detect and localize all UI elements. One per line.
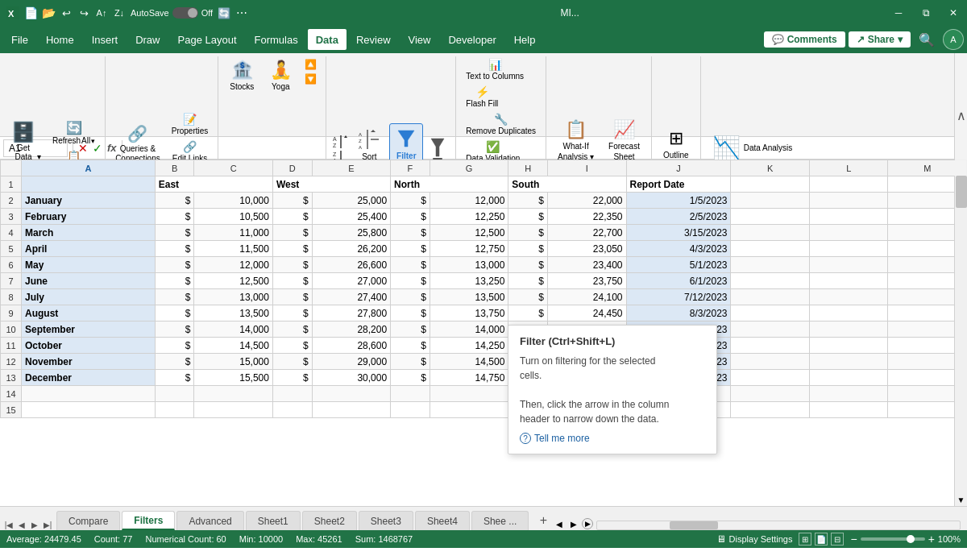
col-header-j[interactable]: J [626, 160, 731, 176]
cell-east-sym[interactable]: $ [155, 354, 194, 370]
profile-avatar[interactable]: A [943, 29, 964, 50]
cell-north-sym[interactable]: $ [391, 338, 430, 354]
cell-north-sym[interactable]: $ [391, 209, 430, 225]
cell-l-13[interactable] [809, 370, 887, 386]
refresh-all-button[interactable]: 🔄 Refresh All ▾ [49, 118, 98, 147]
cell-west-sym[interactable]: $ [272, 225, 312, 241]
cell-north-sym[interactable]: $ [391, 241, 430, 257]
cell-empty[interactable] [809, 386, 887, 402]
col-header-m[interactable]: M [888, 160, 967, 176]
page-layout-view-button[interactable]: 📄 [815, 533, 828, 545]
menu-developer[interactable]: Developer [440, 29, 504, 50]
refresh-icon[interactable]: 🔄 [218, 6, 230, 19]
cell-k-7[interactable] [731, 273, 809, 289]
display-settings-button[interactable]: 🖥 Display Settings [716, 533, 793, 545]
what-if-analysis-button[interactable]: 📋 What-If Analysis ▾ [553, 116, 599, 164]
cell-east-sym[interactable]: $ [155, 273, 194, 289]
cell-date[interactable]: 3/15/2023 [626, 225, 731, 241]
cell-month[interactable]: October [22, 338, 156, 354]
cell-west-val[interactable]: 28,600 [312, 338, 390, 354]
cell-b1[interactable]: East [155, 176, 272, 193]
cell-month[interactable]: March [22, 225, 156, 241]
cell-east-val[interactable]: 15,000 [194, 354, 272, 370]
stocks-button[interactable]: 🏦 Stocks [225, 56, 259, 94]
col-header-a[interactable]: A [22, 160, 156, 176]
cell-month[interactable]: September [22, 321, 156, 338]
cell-east-val[interactable]: 12,500 [194, 273, 272, 289]
cell-l-6[interactable] [809, 257, 887, 273]
cell-west-val[interactable]: 25,800 [312, 225, 390, 241]
cell-north-val[interactable]: 12,250 [430, 209, 508, 225]
tab-nav-last[interactable]: ▶| [42, 519, 53, 530]
cell-south-val[interactable]: 24,450 [548, 305, 626, 321]
cell-north-val[interactable]: 13,750 [430, 305, 508, 321]
cell-empty[interactable] [272, 386, 312, 402]
cell-east-val[interactable]: 11,000 [194, 225, 272, 241]
zoom-out-button[interactable]: − [850, 533, 857, 545]
cell-south-val[interactable]: 24,100 [548, 289, 626, 305]
cell-k-3[interactable] [731, 209, 809, 225]
cell-west-val[interactable]: 26,600 [312, 257, 390, 273]
cell-west-sym[interactable]: $ [272, 241, 312, 257]
cell-north-sym[interactable]: $ [391, 370, 430, 386]
cell-north-sym[interactable]: $ [391, 193, 430, 209]
cell-west-val[interactable]: 28,200 [312, 321, 390, 338]
cell-empty[interactable] [194, 402, 272, 418]
cell-north-sym[interactable]: $ [391, 305, 430, 321]
cell-month[interactable]: January [22, 193, 156, 209]
cell-west-sym[interactable]: $ [272, 257, 312, 273]
cell-east-val[interactable]: 13,500 [194, 305, 272, 321]
sheet-tab-sheet1[interactable]: Sheet1 [246, 511, 301, 530]
col-header-d[interactable]: D [272, 160, 312, 176]
cell-east-sym[interactable]: $ [155, 321, 194, 338]
cell-east-val[interactable]: 11,500 [194, 241, 272, 257]
cell-west-val[interactable]: 26,200 [312, 241, 390, 257]
cell-west-val[interactable]: 30,000 [312, 370, 390, 386]
cell-month[interactable]: August [22, 305, 156, 321]
data-type-down-button[interactable]: 🔽 [302, 73, 319, 85]
tell-me-more-link[interactable]: ? Tell me more [520, 433, 705, 444]
cell-l-5[interactable] [809, 241, 887, 257]
tab-nav-prev[interactable]: ◀ [16, 519, 27, 530]
cell-west-sym[interactable]: $ [272, 370, 312, 386]
cell-month[interactable]: July [22, 289, 156, 305]
cell-north-val[interactable]: 12,000 [430, 193, 508, 209]
cell-a1[interactable] [22, 176, 156, 193]
cell-west-sym[interactable]: $ [272, 305, 312, 321]
cell-empty[interactable] [731, 402, 809, 418]
col-header-e[interactable]: E [312, 160, 390, 176]
menu-page-layout[interactable]: Page Layout [170, 29, 245, 50]
cell-east-sym[interactable]: $ [155, 289, 194, 305]
cell-j1[interactable]: Report Date [626, 176, 731, 193]
col-header-k[interactable]: K [731, 160, 809, 176]
cell-date[interactable]: 1/5/2023 [626, 193, 731, 209]
cell-north-val[interactable]: 12,500 [430, 225, 508, 241]
page-break-view-button[interactable]: ⊟ [831, 533, 844, 545]
cell-east-sym[interactable]: $ [155, 209, 194, 225]
cell-west-sym[interactable]: $ [272, 209, 312, 225]
col-header-i[interactable]: I [548, 160, 626, 176]
cell-date[interactable]: 8/3/2023 [626, 305, 731, 321]
properties-button[interactable]: 📝 Properties [168, 111, 212, 137]
grid-scroll-area[interactable]: A B C D E F G H I J K L M 1EastWestNorth… [0, 160, 967, 506]
menu-review[interactable]: Review [348, 29, 399, 50]
cell-north-val[interactable]: 13,250 [430, 273, 508, 289]
cell-l-2[interactable] [809, 193, 887, 209]
cell-l-12[interactable] [809, 354, 887, 370]
scroll-right-button[interactable]: ▶ [567, 517, 580, 530]
cell-k-8[interactable] [731, 289, 809, 305]
cell-east-val[interactable]: 10,500 [194, 209, 272, 225]
cell-k-12[interactable] [731, 354, 809, 370]
cell-south-val[interactable]: 22,000 [548, 193, 626, 209]
text-to-columns-button[interactable]: 📊 Text to Columns [463, 56, 527, 82]
add-sheet-button[interactable]: + [533, 511, 553, 530]
cell-east-sym[interactable]: $ [155, 305, 194, 321]
cell-l-9[interactable] [809, 305, 887, 321]
cell-month[interactable]: June [22, 273, 156, 289]
cell-east-sym[interactable]: $ [155, 257, 194, 273]
cell-north-val[interactable]: 14,500 [430, 354, 508, 370]
cell-west-val[interactable]: 27,400 [312, 289, 390, 305]
cell-south-sym[interactable]: $ [508, 193, 548, 209]
cell-east-sym[interactable]: $ [155, 241, 194, 257]
cell-west-val[interactable]: 29,000 [312, 354, 390, 370]
